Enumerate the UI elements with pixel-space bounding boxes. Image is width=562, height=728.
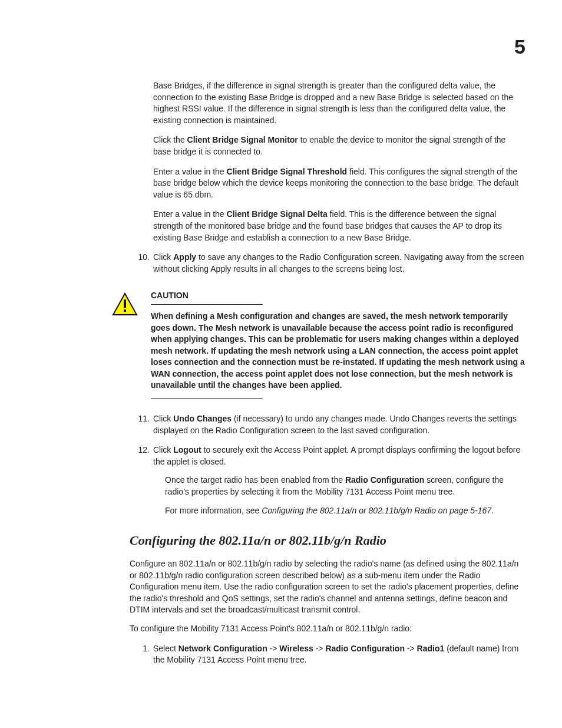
text: Click — [153, 414, 173, 423]
caution-label: CAUTION — [151, 290, 525, 302]
text: -> — [267, 644, 280, 653]
list-item: 12. Click Logout to securely exit the Ac… — [153, 444, 525, 516]
text: Select — [153, 644, 178, 653]
text: -> — [313, 644, 326, 653]
paragraph: Enter a value in the Client Bridge Signa… — [153, 166, 525, 201]
paragraph: Base Bridges, if the difference in signa… — [153, 80, 525, 126]
paragraph: To configure the Mobility 7131 Access Po… — [130, 623, 525, 635]
paragraph: For more information, see Configuring th… — [165, 505, 525, 517]
caution-text: When defining a Mesh configuration and c… — [151, 311, 525, 391]
divider — [151, 304, 263, 305]
bold-term: Logout — [173, 445, 201, 454]
text: . — [491, 506, 494, 515]
text: to save any changes to the Radio Configu… — [153, 252, 524, 274]
paragraph: Enter a value in the Client Bridge Signa… — [153, 209, 525, 243]
text: to securely exit the Access Point applet… — [153, 445, 520, 466]
list-item: 1. Select Network Configuration -> Wirel… — [153, 643, 525, 666]
paragraph: Click the Client Bridge Signal Monitor t… — [153, 134, 525, 157]
bold-term: Radio Configuration — [345, 475, 425, 485]
text: Click the — [153, 135, 187, 144]
text: Click — [153, 252, 173, 262]
warning-icon — [112, 292, 138, 405]
bold-term: Radio Configuration — [325, 644, 405, 653]
bold-term: Radio1 — [417, 644, 445, 653]
page-body: Base Bridges, if the difference in signa… — [35, 80, 525, 666]
list-number: 1. — [133, 643, 150, 655]
text: Enter a value in the — [153, 209, 227, 219]
bold-term: Wireless — [279, 644, 313, 653]
list-item: 11. Click Undo Changes (if necessary) to… — [153, 413, 525, 436]
paragraph: Configure an 802.11a/n or 802.11b/g/n ra… — [130, 558, 525, 616]
paragraph: Once the target radio has been enabled f… — [165, 475, 525, 498]
caution-body: CAUTION When defining a Mesh configurati… — [151, 290, 525, 405]
list-item: 10. Click Apply to save any changes to t… — [153, 252, 525, 275]
page: 5 Base Bridges, if the difference in sig… — [0, 0, 562, 728]
list-number: 10. — [133, 252, 150, 263]
divider — [151, 398, 263, 399]
chapter-number: 5 — [514, 33, 525, 61]
svg-rect-2 — [124, 309, 126, 312]
svg-rect-1 — [124, 299, 126, 308]
text: -> — [405, 644, 417, 653]
text: For more information, see — [165, 506, 262, 515]
text: Click — [153, 445, 173, 454]
cross-ref: Configuring the 802.11a/n or 802.11b/g/n… — [262, 506, 491, 515]
section-heading: Configuring the 802.11a/n or 802.11b/g/n… — [130, 532, 525, 550]
bold-term: Undo Changes — [173, 414, 232, 423]
list-number: 11. — [133, 413, 150, 425]
bold-term: Client Bridge Signal Threshold — [227, 167, 348, 176]
bold-term: Network Configuration — [178, 644, 267, 653]
bold-term: Client Bridge Signal Monitor — [187, 135, 298, 144]
caution-block: CAUTION When defining a Mesh configurati… — [112, 290, 525, 405]
bold-term: Apply — [173, 252, 196, 262]
list-number: 12. — [133, 444, 150, 456]
text: Enter a value in the — [153, 167, 227, 176]
text: Once the target radio has been enabled f… — [165, 475, 345, 485]
bold-term: Client Bridge Signal Delta — [227, 209, 328, 219]
